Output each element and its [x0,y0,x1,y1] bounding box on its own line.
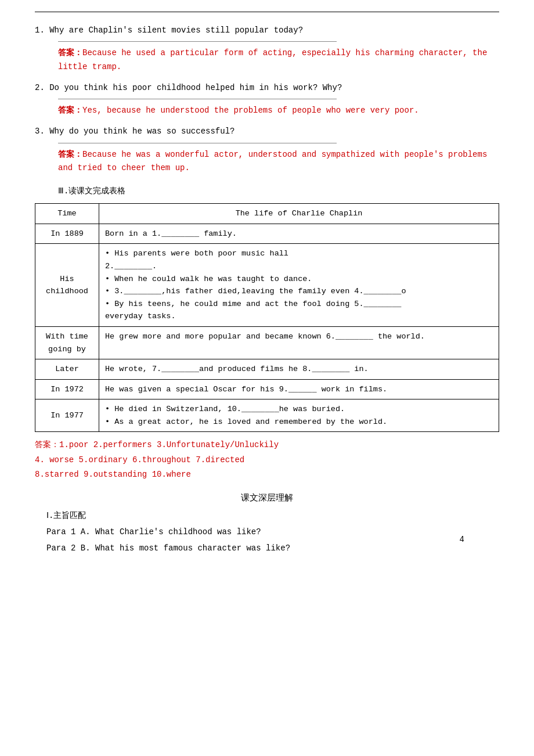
page-number: 4 [460,535,464,544]
answer-line-3 [58,143,337,143]
table-answer-line2: 4. worse 5.ordinary 6.throughout 7.direc… [35,453,499,467]
table-header-time: Time [35,204,99,224]
table-cell-content-1977: • He died in Switzerland, 10.________he … [99,399,499,432]
main-match-title: Ⅰ.主旨匹配 [46,510,499,521]
answer-3-label: 答案： [58,150,82,159]
table-row: His childhood • His parents were both po… [35,244,499,327]
life-table: Time The life of Charlie Chaplin In 1889… [35,203,499,432]
table-cell-content-childhood: • His parents were both poor music hall … [99,244,499,327]
table-cell-content-1889: Born in a 1.________ family. [99,224,499,244]
top-divider [35,12,499,12]
table-cell-time-with-time: With timegoing by [35,326,99,359]
table-header-content: The life of Charlie Chaplin [99,204,499,224]
answer-line-1 [58,41,337,42]
table-row: Later He wrote, 7.________and produced f… [35,359,499,380]
table-row: In 1972 He was given a special Oscar for… [35,379,499,399]
table-row: In 1977 • He died in Switzerland, 10.___… [35,399,499,432]
table-row: In 1889 Born in a 1.________ family. [35,224,499,244]
table-answers: 答案：1.poor 2.performers 3.Unfortunately/U… [35,438,499,482]
table-cell-content-with-time: He grew more and more popular and became… [99,326,499,359]
table-cell-time-1977: In 1977 [35,399,99,432]
question-1-text: 1. Why are Chaplin's silent movies still… [35,24,499,37]
table-answer-line1: 答案：1.poor 2.performers 3.Unfortunately/U… [35,438,499,452]
question-3-block: 3. Why do you think he was so successful… [35,125,499,175]
question-2-text: 2. Do you think his poor childhood helpe… [35,81,499,94]
table-cell-time-1889: In 1889 [35,224,99,244]
question-1-block: 1. Why are Chaplin's silent movies still… [35,24,499,74]
answer-3-text: 答案：Because he was a wonderful actor, und… [35,148,499,176]
table-cell-time-later: Later [35,359,99,380]
section3-title: Ⅲ.读课文完成表格 [58,186,499,196]
para-item-1: Para 1 A. What Charlie's childhood was l… [46,525,499,539]
table-row: With timegoing by He grew more and more … [35,326,499,359]
table-cell-content-1972: He was given a special Oscar for his 9._… [99,379,499,399]
deep-section-title: 课文深层理解 [35,492,499,503]
answer-1-label: 答案： [58,48,82,57]
answer-2-label: 答案： [58,106,82,115]
answer-2-text: 答案：Yes, because he understood the proble… [35,104,499,118]
question-3-text: 3. Why do you think he was so successful… [35,125,499,138]
table-cell-time-1972: In 1972 [35,379,99,399]
table-answer-line3: 8.starred 9.outstanding 10.where [35,467,499,482]
answer-line-2 [58,99,337,99]
page-wrapper: 1. Why are Chaplin's silent movies still… [35,12,499,556]
para-item-2: Para 2 B. What his most famous character… [46,542,499,556]
question-2-block: 2. Do you think his poor childhood helpe… [35,81,499,118]
answer-1-text: 答案：Because he used a particular form of … [35,46,499,74]
table-cell-time-childhood: His childhood [35,244,99,327]
table-cell-content-later: He wrote, 7.________and produced films h… [99,359,499,380]
